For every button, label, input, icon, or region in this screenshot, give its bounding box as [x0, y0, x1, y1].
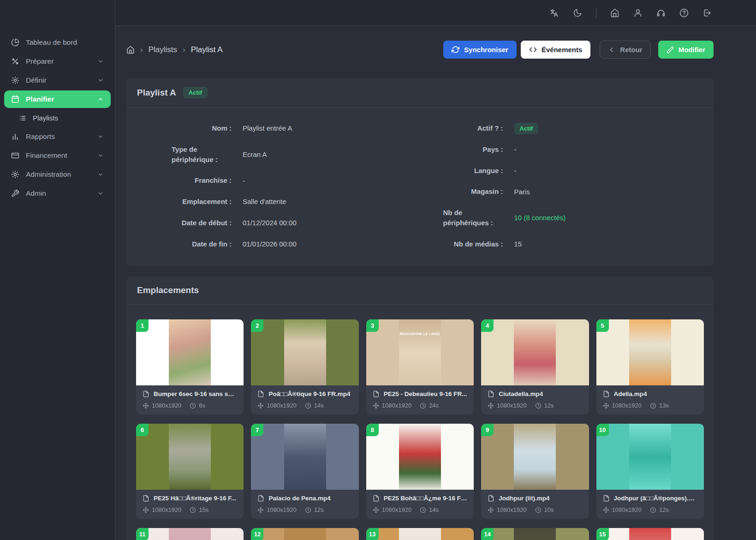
sidebar-item-planifier[interactable]: Planifier [4, 90, 111, 108]
file-icon [603, 390, 610, 397]
pie-chart-icon [11, 38, 19, 47]
media-card[interactable]: 7 Palacio de Pena.mp4 1080x192012s [251, 424, 358, 519]
media-duration: 10s [544, 506, 554, 513]
move-icon[interactable] [143, 507, 149, 513]
field-value: - [514, 145, 703, 153]
headphones-icon[interactable] [656, 8, 666, 18]
emplacements-panel: Emplacements 1 Bumper 6sec 9-16 sans sur… [126, 276, 714, 540]
user-icon[interactable] [633, 8, 643, 18]
breadcrumb-playlists-link[interactable]: Playlists [149, 45, 177, 54]
media-thumbnail [136, 528, 244, 540]
file-icon [257, 390, 264, 397]
media-card[interactable]: 15 [596, 528, 704, 540]
back-label: Retour [620, 46, 642, 54]
media-order-badge: 7 [251, 424, 263, 436]
gear-icon [11, 76, 19, 84]
move-icon[interactable] [373, 507, 379, 513]
media-card[interactable]: 11 [136, 528, 244, 540]
media-duration: 12s [544, 402, 554, 409]
sidebar-item-preparer[interactable]: Préparer [4, 53, 111, 70]
topbar [115, 0, 756, 26]
gear-icon [11, 170, 19, 179]
list-icon [19, 114, 26, 122]
clock-icon [650, 507, 656, 513]
sidebar-item-admin[interactable]: Admin [4, 185, 111, 202]
media-duration: 14s [429, 506, 439, 513]
calendar-icon [11, 95, 19, 103]
details-left-column: Nom :Playlist entrée A Type de périphéri… [137, 118, 420, 254]
action-buttons: Synchroniser Événements Retour Modifier [443, 41, 714, 59]
logout-icon[interactable] [702, 8, 712, 18]
translate-icon[interactable] [549, 8, 559, 18]
pencil-icon [667, 46, 674, 54]
field-value: - [243, 177, 420, 185]
breadcrumb-separator: › [140, 45, 143, 54]
media-title: Palacio de Pena.mp4 [268, 495, 330, 502]
media-card[interactable]: 5 Adella.mp4 1080x192013s [596, 319, 704, 414]
page-content: › Playlists › Playlist A Synchroniser Év… [115, 26, 756, 540]
clock-icon [650, 402, 656, 409]
media-card[interactable]: 12 [251, 528, 358, 540]
media-duration: 12s [314, 506, 324, 513]
move-icon[interactable] [603, 507, 609, 513]
media-duration: 6s [199, 402, 205, 409]
field-value: 01/01/2026 00:00 [243, 240, 420, 248]
move-icon[interactable] [373, 402, 379, 409]
back-button[interactable]: Retour [600, 41, 650, 59]
media-resolution: 1080x1920 [267, 506, 296, 513]
breadcrumb-home-icon[interactable] [126, 46, 135, 54]
chevron-down-icon [97, 77, 104, 84]
media-card[interactable]: 8 PE25 Bohâ□□Â¿me 9-16 FR.... 1080x19201… [366, 424, 474, 519]
field-value: - [514, 167, 703, 174]
move-icon[interactable] [488, 507, 494, 513]
topbar-divider [596, 7, 596, 18]
media-duration: 24s [429, 402, 439, 409]
media-card[interactable]: 6 PE25 Hâ□□Â®ritage 9-16 F... 1080x19201… [136, 424, 244, 519]
media-card[interactable]: 13 [366, 528, 474, 540]
media-resolution: 1080x1920 [382, 402, 411, 409]
field-label: Nb de médias : [454, 239, 503, 249]
synchronize-button[interactable]: Synchroniser [443, 41, 517, 59]
media-card[interactable]: 10 Jodhpur (â□□Â®ponges).mp4 1080x192012… [596, 424, 704, 519]
detail-row-nb-medias: Nb de médias :15 [420, 234, 703, 255]
media-card[interactable]: 1 Bumper 6sec 9-16 sans suri... 1080x192… [136, 319, 244, 414]
sidebar-item-label: Tableau de bord [26, 38, 77, 47]
sidebar-item-rapports[interactable]: Rapports [4, 128, 111, 145]
sidebar-item-dashboard[interactable]: Tableau de bord [4, 34, 111, 51]
sidebar-item-financement[interactable]: Financement [4, 147, 111, 164]
edit-label: Modifier [679, 46, 705, 54]
move-icon[interactable] [143, 402, 149, 409]
field-value: Paris [514, 188, 703, 196]
media-order-badge: 11 [136, 528, 149, 540]
detail-row-magasin: Magasin :Paris [420, 181, 703, 202]
home-icon[interactable] [610, 8, 619, 18]
sidebar-item-definir[interactable]: Définir [4, 72, 111, 89]
edit-button[interactable]: Modifier [658, 41, 714, 59]
connected-devices-value[interactable]: 10 (8 connectés) [514, 214, 703, 222]
move-icon[interactable] [488, 402, 494, 409]
media-card[interactable]: 4 Ciutadella.mp4 1080x192012s [481, 319, 589, 414]
sidebar-item-playlists[interactable]: Playlists [4, 109, 111, 126]
media-duration: 13s [659, 402, 669, 409]
dark-mode-icon[interactable] [573, 8, 582, 18]
field-label: Langue : [474, 166, 503, 176]
field-label: Magasin : [471, 186, 503, 197]
events-button[interactable]: Événements [521, 41, 590, 59]
media-card[interactable]: 14 [481, 528, 589, 540]
field-label: Type de périphérique : [172, 144, 232, 165]
emplacements-title: Emplacements [137, 285, 199, 295]
thumbnail-overlay-text: RENCONTRE LE LINGE [400, 331, 441, 336]
media-card[interactable]: 3 RENCONTRE LE LINGE PE25 - Debeaulieu 9… [366, 319, 474, 414]
media-card[interactable]: 2 Poâ□□Â®tique 9-16 FR.mp4 1080x192014s [251, 319, 358, 414]
media-title: PE25 - Debeaulieu 9-16 FR... [384, 390, 467, 397]
move-icon[interactable] [257, 402, 264, 409]
move-icon[interactable] [257, 507, 264, 513]
move-icon[interactable] [603, 402, 609, 409]
clock-icon [190, 402, 196, 409]
chevron-down-icon [97, 58, 104, 65]
help-icon[interactable] [679, 8, 689, 18]
media-card[interactable]: 9 Jodhpur (lit).mp4 1080x192010s [481, 424, 589, 519]
sidebar-item-administration[interactable]: Administration [4, 166, 111, 183]
chevron-down-icon [97, 171, 104, 178]
chevron-down-icon [97, 152, 104, 159]
